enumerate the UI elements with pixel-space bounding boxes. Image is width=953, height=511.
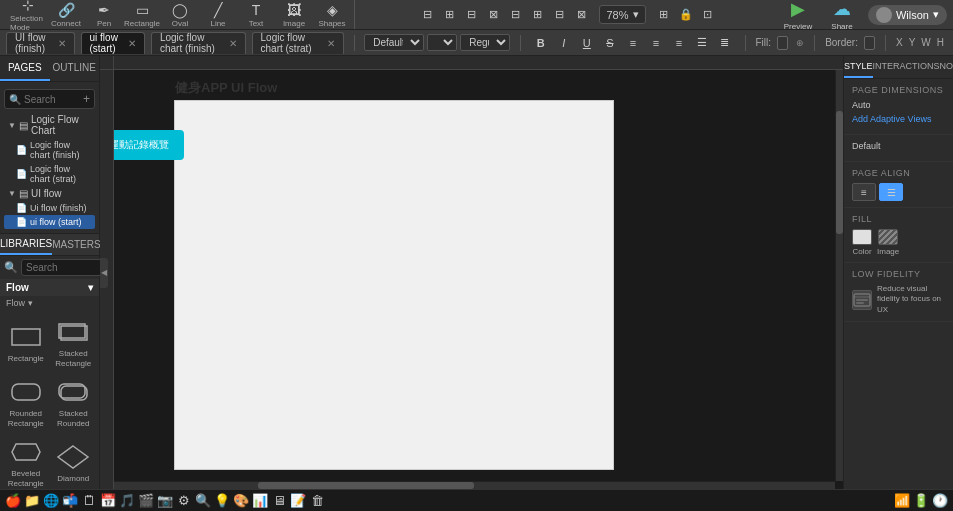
scrollbar-v-thumb[interactable] [836,111,843,234]
tab-close-strat-icon[interactable]: ✕ [327,38,335,49]
dock-folder[interactable]: 📁 [23,492,41,510]
dock-settings[interactable]: ⚙ [175,492,193,510]
dock-app1[interactable]: 💡 [213,492,231,510]
pages-search-input[interactable] [24,94,74,105]
selection-tool[interactable]: ⊹ Selection Mode [10,2,46,28]
grid-btn[interactable]: ⊞ [654,6,674,24]
tab-ui-flow-finish[interactable]: UI flow (finish) ✕ [6,32,75,54]
add-adaptive-btn[interactable]: Add Adaptive Views [852,114,931,124]
tree-logic-finish[interactable]: 📄 Logic flow chart (finish) [4,138,95,162]
align-right-btn[interactable]: ⊟ [461,6,481,24]
align-middle-btn[interactable]: ⊞ [527,6,547,24]
fill-color-option[interactable]: Color [852,229,872,256]
dock-app3[interactable]: 📊 [251,492,269,510]
tab-close-active-icon[interactable]: ✕ [128,38,136,49]
oval-tool[interactable]: ◯ Oval [162,2,198,28]
collapse-left-handle[interactable]: ◀ [100,258,108,288]
dock-mail[interactable]: 📬 [61,492,79,510]
font-select[interactable]: Default [364,34,424,51]
shapes-tool[interactable]: ◈ Shapes [314,2,350,28]
user-menu[interactable]: Wilson ▾ [868,5,947,25]
share-button[interactable]: ☁ Share [824,0,860,31]
align-text-center-btn[interactable]: ≡ [646,34,666,52]
canvas-content[interactable]: 健身APP UI Flow 一次運動記錄概覽 [114,70,843,489]
dock-wifi[interactable]: 📶 [893,492,911,510]
tab-notes[interactable]: NOTES [940,56,953,78]
ordered-list-btn[interactable]: ≣ [715,34,735,52]
line-tool[interactable]: ╱ Line [200,2,236,28]
tab-logic-flow-strat[interactable]: Logic flow chart (strat) ✕ [252,32,344,54]
style-select[interactable]: Regular [460,34,510,51]
flow-shape-cyan[interactable]: 一次運動記錄概覽 [114,130,184,160]
dock-battery[interactable]: 🔋 [912,492,930,510]
fill-image-swatch[interactable] [878,229,898,245]
preview-button[interactable]: ▶ Preview [780,0,816,31]
add-page-icon[interactable]: + [83,92,90,106]
group-btn[interactable]: ⊡ [698,6,718,24]
dock-notes[interactable]: 🗒 [80,492,98,510]
image-tool[interactable]: 🖼 Image [276,2,312,28]
tab-ui-flow-start[interactable]: ui flow (start) ✕ [81,32,145,54]
scrollbar-horizontal[interactable] [114,481,835,489]
align-left-btn[interactable]: ⊟ [417,6,437,24]
dock-app2[interactable]: 🎨 [232,492,250,510]
dock-finder[interactable]: 🍎 [4,492,22,510]
align-bottom-btn[interactable]: ⊟ [549,6,569,24]
tree-logic-strat[interactable]: 📄 Logic flow chart (strat) [4,162,95,186]
tab-outline[interactable]: OUTLINE [50,56,100,81]
strikethrough-btn[interactable]: S [600,34,620,52]
lib-flow-dropdown[interactable]: Flow ▾ [0,279,99,296]
align-center-page-btn[interactable]: ☰ [879,183,903,201]
dock-video[interactable]: 🎬 [137,492,155,510]
shape-rectangle[interactable]: Rectangle [2,312,50,372]
tab-libraries[interactable]: LIBRARIES [0,234,52,255]
tab-logic-flow-finish[interactable]: Logic flow chart (finish) ✕ [151,32,246,54]
dock-music[interactable]: 🎵 [118,492,136,510]
shape-diamond[interactable]: Diamond [50,432,98,489]
italic-btn[interactable]: I [554,34,574,52]
pen-tool[interactable]: ✒ Pen [86,2,122,28]
scrollbar-h-thumb[interactable] [258,482,474,489]
lock-btn[interactable]: 🔒 [676,6,696,24]
tab-masters[interactable]: MASTERS [52,234,100,255]
font-size-select[interactable]: 40 [427,34,457,51]
dock-calendar[interactable]: 📅 [99,492,117,510]
dock-app4[interactable]: 🖥 [270,492,288,510]
underline-btn[interactable]: U [577,34,597,52]
fill-color-swatch[interactable] [852,229,872,245]
align-left-page-btn[interactable]: ≡ [852,183,876,201]
align-top-btn[interactable]: ⊟ [505,6,525,24]
dock-trash[interactable]: 🗑 [308,492,326,510]
tree-ui-start[interactable]: 📄 ui flow (start) [4,215,95,229]
dock-app5[interactable]: 📝 [289,492,307,510]
fill-color-swatch[interactable] [777,36,788,50]
bullet-btn[interactable]: ☰ [692,34,712,52]
tab-close-logic-icon[interactable]: ✕ [229,38,237,49]
dock-clock[interactable]: 🕐 [931,492,949,510]
tab-close-icon[interactable]: ✕ [58,38,66,49]
bold-btn[interactable]: B [531,34,551,52]
shape-stacked-rectangle[interactable]: Stacked Rectangle [50,312,98,372]
zoom-control[interactable]: 78% ▾ [599,5,645,24]
text-tool[interactable]: T Text [238,2,274,28]
shape-stacked-rounded[interactable]: Stacked Rounded [50,372,98,432]
border-color-swatch[interactable] [864,36,875,50]
connect-tool[interactable]: 🔗 Connect [48,2,84,28]
align-center-btn[interactable]: ⊞ [439,6,459,24]
align-text-right-btn[interactable]: ≡ [669,34,689,52]
tab-style[interactable]: STYLE [844,56,873,78]
tab-interactions[interactable]: INTERACTIONS [873,56,940,78]
align-text-left-btn[interactable]: ≡ [623,34,643,52]
tab-pages[interactable]: PAGES [0,56,50,81]
page-frame[interactable]: 健身APP UI Flow [174,100,614,470]
tree-ui-finish[interactable]: 📄 Ui flow (finish) [4,201,95,215]
fill-image-option[interactable]: Image [877,229,899,256]
tree-group-logic[interactable]: ▼ ▤ Logic Flow Chart [4,112,95,138]
scrollbar-vertical[interactable] [835,70,843,481]
tree-group-ui[interactable]: ▼ ▤ UI flow [4,186,95,201]
dock-browser[interactable]: 🌐 [42,492,60,510]
canvas-area[interactable]: -200 1400 1600 1800 2000 2200 2400 2600 … [100,56,843,489]
rectangle-tool[interactable]: ▭ Rectangle [124,2,160,28]
shape-beveled-rectangle[interactable]: Beveled Rectangle [2,432,50,489]
shape-rounded-rectangle[interactable]: Rounded Rectangle [2,372,50,432]
